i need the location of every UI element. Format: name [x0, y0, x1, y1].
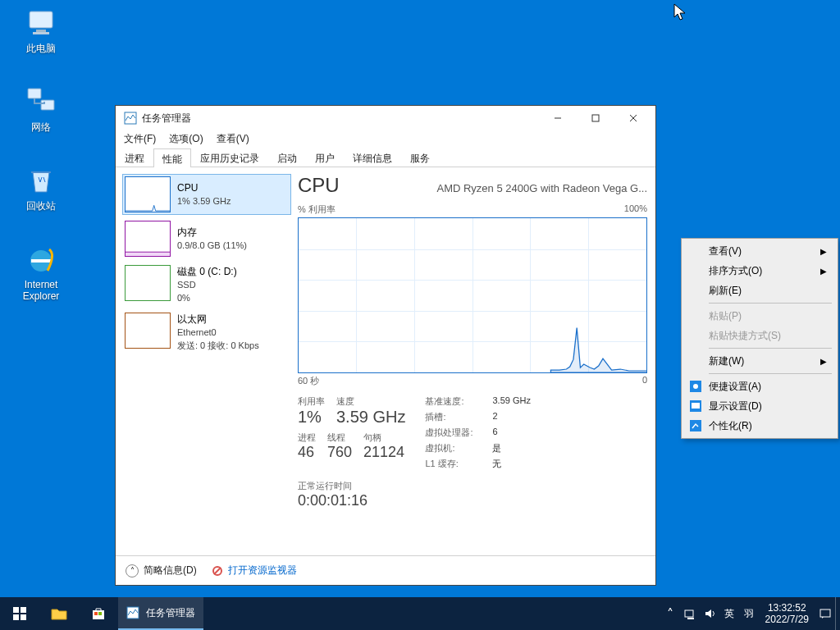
task-manager-window: 任务管理器 文件(F) 选项(O) 查看(V) 进程 性能 应用历史记录 启动 …	[115, 105, 656, 586]
separator	[709, 348, 832, 349]
resource-ethernet[interactable]: 以太网 Ethernet0 发送: 0 接收: 0 Kbps	[122, 310, 291, 354]
svg-rect-26	[94, 612, 98, 615]
desktop-icon-label: Internet Explorer	[10, 279, 72, 302]
stat-label: 进程	[298, 431, 316, 444]
taskbar-clock[interactable]: 13:32:52 2022/7/29	[759, 602, 815, 625]
volume-icon[interactable]	[700, 597, 719, 630]
ctx-display-settings[interactable]: 显示设置(D)	[684, 396, 835, 416]
svg-rect-4	[28, 89, 41, 98]
windows-icon	[13, 607, 26, 620]
titlebar[interactable]: 任务管理器	[116, 106, 655, 130]
folder-icon	[51, 607, 67, 620]
tab-services[interactable]: 服务	[401, 148, 439, 167]
detail-subtitle: AMD Ryzen 5 2400G with Radeon Vega G...	[436, 182, 647, 194]
menu-file[interactable]: 文件(F)	[117, 130, 162, 148]
tab-startup[interactable]: 启动	[268, 148, 306, 167]
svg-rect-27	[98, 612, 102, 615]
action-center-icon[interactable]	[815, 597, 835, 630]
chart-label-bot-left: 60 秒	[298, 375, 319, 387]
maximize-button[interactable]	[577, 106, 614, 130]
resmon-icon	[212, 565, 223, 577]
ctx-paste-shortcut: 粘贴快捷方式(S)	[684, 326, 835, 345]
svg-rect-7	[125, 112, 136, 124]
prop-val: 2	[492, 411, 497, 423]
svg-rect-12	[126, 252, 170, 256]
resource-title: 磁盘 0 (C: D:)	[177, 265, 237, 278]
resource-list: CPU 1% 3.59 GHz 内存 0.9/8.0 GB (11%) 磁盘 0…	[122, 174, 291, 555]
minimize-button[interactable]	[539, 106, 577, 130]
svg-point-17	[693, 384, 698, 389]
tab-users[interactable]: 用户	[306, 148, 344, 167]
tab-processes[interactable]: 进程	[116, 148, 153, 167]
store-icon	[91, 606, 106, 621]
resource-title: 内存	[177, 226, 247, 239]
start-button[interactable]	[0, 597, 39, 630]
resource-cpu[interactable]: CPU 1% 3.59 GHz	[122, 174, 291, 215]
taskbar-store[interactable]	[79, 597, 118, 630]
desktop-icon-label: 回收站	[10, 200, 72, 212]
stat-label: 利用率	[298, 395, 325, 408]
ime-mode[interactable]: 羽	[739, 597, 759, 630]
detail-title: CPU	[298, 174, 340, 197]
resource-sub: 0.9/8.0 GB (11%)	[177, 239, 247, 252]
ctx-sort[interactable]: 排序方式(O)▶	[684, 261, 835, 281]
svg-rect-23	[13, 614, 19, 620]
desktop-icon-network[interactable]: 网络	[10, 85, 72, 133]
uptime-value: 0:00:01:16	[298, 492, 647, 509]
svg-rect-21	[13, 607, 19, 613]
network-tray-icon[interactable]	[680, 597, 700, 630]
stat-value: 760	[327, 444, 352, 461]
resource-memory[interactable]: 内存 0.9/8.0 GB (11%)	[122, 218, 291, 259]
tab-performance[interactable]: 性能	[153, 148, 191, 167]
svg-rect-1	[30, 11, 52, 28]
ctx-new[interactable]: 新建(W)▶	[684, 351, 835, 371]
svg-rect-20	[690, 420, 701, 431]
tab-details[interactable]: 详细信息	[344, 148, 401, 167]
desktop-icon-my-computer[interactable]: 此电脑	[10, 7, 72, 54]
window-title: 任务管理器	[142, 112, 539, 126]
open-resmon-link[interactable]: 打开资源监视器	[212, 564, 297, 578]
ctx-refresh[interactable]: 刷新(E)	[684, 281, 835, 300]
menu-options[interactable]: 选项(O)	[162, 130, 209, 148]
svg-rect-9	[592, 115, 599, 121]
resource-sub: Ethernet0	[177, 326, 259, 339]
desktop-icon-ie[interactable]: Internet Explorer	[10, 243, 72, 302]
stat-value: 3.59 GHz	[336, 408, 405, 427]
prop-key: 虚拟处理器:	[425, 427, 481, 439]
svg-rect-3	[33, 32, 49, 34]
chevron-right-icon: ▶	[820, 357, 827, 366]
stat-label: 速度	[336, 395, 405, 408]
taskbar-item-taskmgr[interactable]: 任务管理器	[118, 597, 203, 630]
svg-rect-30	[687, 618, 694, 619]
ctx-view[interactable]: 查看(V)▶	[684, 241, 835, 261]
ime-lang[interactable]: 英	[719, 597, 739, 630]
tray-chevron-up[interactable]: ˄	[660, 597, 680, 630]
chart-label-top-left: % 利用率	[298, 203, 336, 216]
resource-sub2: 发送: 0 接收: 0 Kbps	[177, 339, 259, 352]
resource-detail: CPU AMD Ryzen 5 2400G with Radeon Vega G…	[298, 174, 647, 555]
taskbar: 任务管理器 ˄ 英 羽 13:32:52 2022/7/29	[0, 597, 840, 630]
settings-blue-icon	[689, 380, 702, 393]
resource-title: 以太网	[177, 313, 259, 326]
desktop-icon-recycle-bin[interactable]: 回收站	[10, 164, 72, 212]
prop-key: 基准速度:	[425, 395, 481, 408]
tab-app-history[interactable]: 应用历史记录	[191, 148, 268, 167]
brief-info-button[interactable]: ˄ 简略信息(D)	[126, 564, 197, 578]
ctx-personalize[interactable]: 个性化(R)	[684, 416, 835, 436]
ie-icon	[25, 243, 57, 276]
desktop-icon-label: 网络	[10, 121, 72, 133]
ctx-quick-settings[interactable]: 便捷设置(A)	[684, 377, 835, 396]
prop-val: 6	[492, 427, 497, 439]
svg-rect-2	[36, 30, 46, 32]
show-desktop-button[interactable]	[835, 597, 840, 630]
prop-val: 是	[492, 442, 501, 454]
taskmgr-footer: ˄ 简略信息(D) 打开资源监视器	[116, 555, 655, 585]
chart-label-bot-right: 0	[642, 375, 647, 387]
resource-disk[interactable]: 磁盘 0 (C: D:) SSD 0%	[122, 262, 291, 307]
menu-view[interactable]: 查看(V)	[210, 130, 256, 148]
taskbar-explorer[interactable]	[39, 597, 79, 630]
desktop-icon-label: 此电脑	[10, 43, 72, 54]
uptime-label: 正常运行时间	[298, 480, 647, 492]
stat-value: 21124	[363, 444, 404, 461]
close-button[interactable]	[614, 106, 652, 130]
